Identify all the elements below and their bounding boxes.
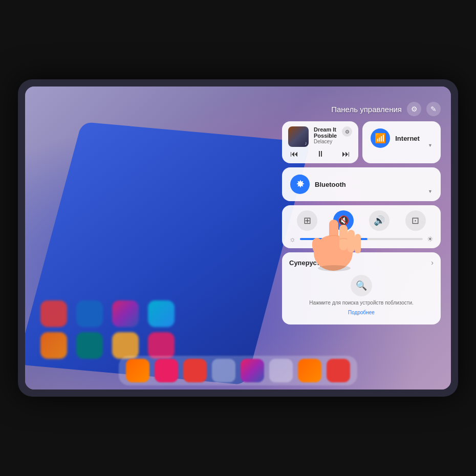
super-device-expand-icon[interactable]: › [431,258,434,267]
dock-icon[interactable] [183,359,207,382]
music-tile[interactable]: Dream It Possible Delacey ⚙ ⏮ ⏸ ⏭ [282,121,358,163]
panel-header: Панель управления ⚙ ✎ [282,102,441,116]
app-icon[interactable] [112,332,139,359]
super-device-title: Суперустройство [289,259,347,267]
dock-icon[interactable] [212,359,235,382]
bluetooth-icon: ✸ [296,179,304,190]
mute-icon: 🔇 [338,215,349,226]
app-icon[interactable] [148,300,175,327]
tablet-screen: Панель управления ⚙ ✎ Dream It Possible [25,86,451,390]
edit-icon: ✎ [430,105,437,113]
wifi-icon-circle: 📶 [371,128,390,148]
bluetooth-icon-circle: ✸ [290,175,310,194]
app-icon[interactable] [40,332,67,359]
edit-button[interactable]: ✎ [426,102,441,116]
wifi-icon: 📶 [375,133,386,144]
app-icon[interactable] [76,332,103,359]
dock-icon[interactable] [269,359,293,382]
mute-toggle[interactable]: 🔇 [333,210,354,231]
app-icon[interactable] [76,300,103,327]
control-panel: Панель управления ⚙ ✎ Dream It Possible [282,102,441,324]
music-title: Dream It Possible [314,126,337,139]
super-device-description: Нажмите для поиска устройств поблизости. [309,299,414,307]
internet-tile[interactable]: 📶 Internet ▼ [362,121,441,163]
brightness-track[interactable] [300,238,423,240]
app-icon[interactable] [148,332,175,359]
play-pause-button[interactable]: ⏸ [316,150,324,158]
brightness-low-icon: ☼ [289,235,296,243]
app-icon[interactable] [112,300,139,327]
top-tiles: Dream It Possible Delacey ⚙ ⏮ ⏸ ⏭ [282,121,441,163]
tablet-frame: Панель управления ⚙ ✎ Dream It Possible [18,79,458,397]
dock-icon[interactable] [241,359,264,382]
super-device-card: Суперустройство › 🔍 Нажмите для поиска у… [282,252,441,324]
next-button[interactable]: ⏭ [342,150,350,158]
music-info: Dream It Possible Delacey [314,126,337,144]
bluetooth-tile[interactable]: ✸ Bluetooth ▼ [282,167,441,201]
music-settings-button[interactable]: ⚙ [342,126,352,137]
toggle-buttons-row: ⊞ 🔇 🔊 ⊡ [289,210,434,231]
dock-icon[interactable] [126,359,149,382]
super-device-link[interactable]: Подробнее [348,310,375,315]
gear-small-icon: ⚙ [345,129,350,135]
internet-label: Internet [395,135,420,142]
panel-title: Панель управления [331,105,402,114]
search-icon: 🔍 [356,280,367,291]
app-icon[interactable] [40,300,67,327]
dock-icon[interactable] [327,359,350,382]
dock-icon[interactable] [298,359,321,382]
cast-toggle[interactable]: ⊡ [405,210,426,231]
super-device-search-button[interactable]: 🔍 [351,275,372,296]
super-device-header: Суперустройство › [289,258,434,267]
dock [119,356,357,385]
settings-button[interactable]: ⚙ [407,102,421,116]
brightness-high-icon: ☀ [427,235,434,243]
bluetooth-expand-icon: ▼ [428,189,432,194]
bluetooth-label: Bluetooth [315,181,346,188]
music-art [288,126,309,147]
prev-button[interactable]: ⏮ [290,150,298,158]
cast-icon: ⊡ [412,215,419,226]
brightness-fill [300,238,367,240]
screen-record-toggle[interactable]: ⊞ [297,210,317,231]
screen-record-icon: ⊞ [304,215,311,226]
quick-toggles-card: ⊞ 🔇 🔊 ⊡ ☼ ☀ [282,205,441,248]
super-device-search: 🔍 Нажмите для поиска устройств поблизост… [289,272,434,318]
dock-icon[interactable] [155,359,178,382]
brightness-row: ☼ ☀ [289,235,434,243]
music-controls: ⏮ ⏸ ⏭ [288,150,352,158]
gear-icon: ⚙ [411,105,418,113]
volume-icon: 🔊 [374,215,385,226]
music-artist: Delacey [314,139,337,144]
volume-toggle[interactable]: 🔊 [369,210,390,231]
expand-icon: ▼ [428,143,432,148]
